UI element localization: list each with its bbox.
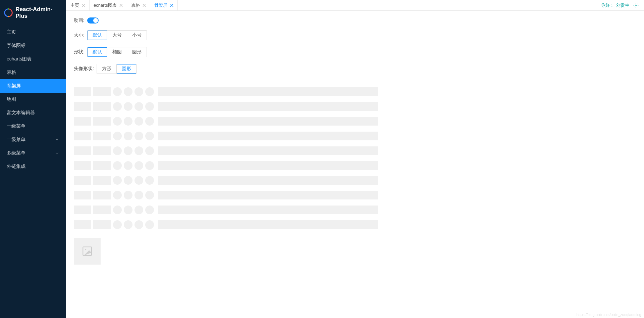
svg-point-0 [8, 8, 9, 10]
skeleton-row [74, 161, 636, 170]
shape-option-1[interactable]: 椭圆 [107, 47, 127, 57]
skeleton-block [93, 132, 111, 140]
skeleton-row [74, 87, 636, 96]
sidebar-item-label: 富文本编辑器 [7, 110, 35, 116]
sidebar-item-label: 二级菜单 [7, 137, 25, 143]
animation-switch[interactable] [87, 17, 99, 24]
skeleton-circle [113, 220, 122, 229]
sidebar-item-label: 字体图标 [7, 43, 25, 49]
size-option-1[interactable]: 大号 [107, 31, 127, 40]
sidebar-item-1[interactable]: 字体图标 [0, 39, 66, 52]
shape-option-0[interactable]: 默认 [88, 47, 107, 57]
avatar-shape-option-1[interactable]: 圆形 [117, 64, 136, 74]
skeleton-circle [124, 191, 132, 199]
skeleton-circle [124, 220, 132, 229]
sidebar-item-2[interactable]: echarts图表 [0, 52, 66, 66]
username[interactable]: 刘贵生 [616, 2, 629, 8]
skeleton-bar [158, 176, 378, 185]
tab-label: 表格 [131, 2, 140, 8]
skeleton-circle [113, 102, 122, 111]
size-option-0[interactable]: 默认 [88, 31, 107, 40]
sidebar-item-0[interactable]: 主页 [0, 26, 66, 39]
control-animation: 动画: [74, 17, 636, 24]
close-icon[interactable] [143, 4, 146, 7]
sidebar-item-label: 主页 [7, 29, 16, 35]
skeleton-block [93, 161, 111, 170]
sidebar-item-7[interactable]: 一级菜单 [0, 120, 66, 133]
sidebar-item-6[interactable]: 富文本编辑器 [0, 106, 66, 120]
skeleton-circle [145, 87, 154, 96]
close-icon[interactable] [119, 4, 123, 7]
tab-3[interactable]: 骨架屏 [150, 0, 178, 10]
skeleton-circle [113, 206, 122, 214]
animation-label: 动画: [74, 17, 85, 24]
size-label: 大小: [74, 32, 85, 38]
skeleton-row [74, 117, 636, 126]
skeleton-block [93, 206, 111, 214]
sidebar-item-8[interactable]: 二级菜单 [0, 133, 66, 146]
avatar-shape-label: 头像形状: [74, 66, 94, 72]
skeleton-row [74, 206, 636, 214]
switch-knob [93, 18, 98, 23]
skeleton-circle [113, 191, 122, 199]
skeleton-block [93, 220, 111, 229]
sidebar-item-4[interactable]: 骨架屏 [0, 79, 66, 93]
skeleton-block [74, 220, 91, 229]
sidebar-item-label: 地图 [7, 96, 16, 102]
sidebar-menu: 主页字体图标echarts图表表格骨架屏地图富文本编辑器一级菜单二级菜单多级菜单… [0, 26, 66, 173]
sidebar-item-9[interactable]: 多级菜单 [0, 146, 66, 160]
skeleton-circle [135, 176, 143, 185]
tab-2[interactable]: 表格 [127, 0, 150, 10]
topbar-right: 你好！ 刘贵生 [601, 2, 644, 8]
sidebar-item-label: 一级菜单 [7, 123, 25, 129]
skeleton-circle [145, 161, 154, 170]
size-option-2[interactable]: 小号 [127, 31, 147, 40]
skeleton-row [74, 132, 636, 140]
sidebar: React-Admin-Plus 主页字体图标echarts图表表格骨架屏地图富… [0, 0, 66, 318]
skeleton-block [74, 132, 91, 140]
skeleton-circle [113, 176, 122, 185]
close-icon[interactable] [82, 4, 85, 7]
tabs: 主页echarts图表表格骨架屏 [66, 0, 601, 10]
skeleton-block [74, 146, 91, 155]
sidebar-item-label: 外链集成 [7, 164, 25, 170]
skeleton-circle [124, 146, 132, 155]
skeleton-circle [145, 102, 154, 111]
skeleton-bar [158, 117, 378, 126]
skeleton-block [93, 117, 111, 126]
sidebar-item-5[interactable]: 地图 [0, 93, 66, 106]
tab-1[interactable]: echarts图表 [90, 0, 127, 10]
greeting: 你好！ [601, 2, 614, 8]
skeleton-circle [113, 132, 122, 140]
tab-label: 主页 [70, 2, 79, 8]
main: 主页echarts图表表格骨架屏 你好！ 刘贵生 动画: 大小: [66, 0, 644, 318]
shape-option-2[interactable]: 圆形 [127, 47, 147, 57]
close-icon[interactable] [170, 4, 173, 7]
sidebar-item-10[interactable]: 外链集成 [0, 160, 66, 173]
skeleton-block [74, 191, 91, 199]
skeleton-block [93, 102, 111, 111]
tab-label: echarts图表 [94, 2, 117, 8]
skeleton-bar [158, 206, 378, 214]
skeleton-circle [124, 176, 132, 185]
tab-0[interactable]: 主页 [66, 0, 90, 10]
size-radio-group: 默认大号小号 [87, 30, 147, 40]
avatar-shape-option-0[interactable]: 方形 [97, 64, 117, 74]
skeleton-circle [113, 117, 122, 126]
skeleton-bar [158, 220, 378, 229]
settings-icon[interactable] [633, 3, 639, 8]
skeleton-circle [135, 206, 143, 214]
tabs-bar: 主页echarts图表表格骨架屏 你好！ 刘贵生 [66, 0, 644, 11]
skeleton-row [74, 220, 636, 229]
skeleton-block [74, 176, 91, 185]
sidebar-item-3[interactable]: 表格 [0, 66, 66, 79]
skeleton-row [74, 146, 636, 155]
skeleton-circle [145, 132, 154, 140]
chevron-down-icon [55, 138, 59, 142]
skeleton-block [93, 146, 111, 155]
skeleton-circle [145, 146, 154, 155]
skeleton-block [93, 191, 111, 199]
skeleton-circle [124, 161, 132, 170]
avatar-shape-radio-group: 方形圆形 [97, 64, 137, 74]
skeleton-circle [135, 132, 143, 140]
